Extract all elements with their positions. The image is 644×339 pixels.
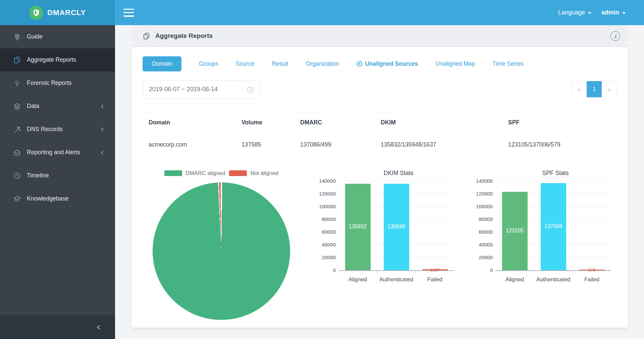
sidebar-item-label: Reporting and Alerts <box>27 149 80 156</box>
tab-label: Unaligned Map <box>436 60 475 67</box>
tab-label: Result <box>272 60 288 67</box>
tab-unaligned-map[interactable]: Unaligned Map <box>436 60 475 67</box>
panel-body: Domain Groups Source Result Organization… <box>131 47 628 328</box>
next-page-button[interactable]: › <box>602 81 617 97</box>
tab-organization[interactable]: Organization <box>306 60 339 67</box>
gridline <box>495 181 611 181</box>
sidebar-item-forensic-reports[interactable]: Forensic Reports <box>0 71 115 95</box>
clock-icon <box>13 171 21 180</box>
brand-name: DMARCLY <box>47 8 86 17</box>
tab-domain[interactable]: Domain <box>143 56 181 71</box>
y-axis-tick-label: 120000 <box>469 191 493 196</box>
caret-down-icon <box>622 12 626 14</box>
chevron-left-icon <box>101 151 105 154</box>
chart-title: DKIM Stats <box>338 170 459 176</box>
bar-aligned: 123105 <box>502 192 528 270</box>
sidebar-item-aggregate-reports[interactable]: Aggregate Reports <box>0 48 115 71</box>
legend-label: Not aligned <box>250 170 278 176</box>
bar-authenticated: 137006 <box>541 183 566 270</box>
sidebar-item-timeline[interactable]: Timeline <box>0 164 115 187</box>
bar-failed <box>422 269 448 270</box>
user-label: admin <box>601 9 619 16</box>
table-row[interactable]: acmecorp.com 137585 137086/499 135832/13… <box>143 133 617 156</box>
sidebar-item-dns-records[interactable]: DNS Records <box>0 118 115 141</box>
user-dropdown[interactable]: admin <box>601 9 626 16</box>
tab-source[interactable]: Source <box>236 60 254 67</box>
tab-label: Source <box>236 60 254 67</box>
sidebar-collapse-button[interactable] <box>0 315 115 339</box>
x-axis-tick <box>416 271 416 273</box>
y-axis-tick-label: 140000 <box>312 178 336 184</box>
sidebar-item-data[interactable]: Data <box>0 95 115 118</box>
bar-value-label: 137006 <box>541 223 566 229</box>
tab-result[interactable]: Result <box>272 60 288 67</box>
sidebar-item-guide[interactable]: Guide <box>0 25 115 48</box>
cell-dkim: 135832/135948/1637 <box>375 133 502 156</box>
graduation-cap-icon <box>13 194 21 203</box>
date-range-input[interactable]: 2019-06-07 ~ 2019-06-14 <box>143 80 261 99</box>
filter-row: 2019-06-07 ~ 2019-06-14 ‹ 1 › <box>143 80 617 99</box>
legend-item-aligned[interactable]: DMARC aligned <box>164 170 225 176</box>
tab-groups[interactable]: Groups <box>199 60 218 67</box>
info-button[interactable]: i <box>602 25 628 47</box>
sidebar-item-knowledgebase[interactable]: Knowledgebase <box>0 187 115 210</box>
aggregate-report-table: Domain Volume DMARC DKIM SPF acmecorp.co… <box>143 112 617 156</box>
hamburger-menu-icon[interactable] <box>123 9 134 17</box>
sidebar-item-reporting-and-alerts[interactable]: Reporting and Alerts <box>0 141 115 164</box>
x-axis-category-label: Authenticated <box>534 276 573 283</box>
bar-authenticated: 135948 <box>384 184 409 270</box>
x-axis-category-label: Failed <box>573 276 611 283</box>
bar-value-label: 123105 <box>502 228 528 234</box>
dmarc-pie <box>153 182 290 320</box>
y-axis-tick-label: 20000 <box>312 255 336 260</box>
bar-failed <box>579 270 605 270</box>
y-axis-tick-label: 60000 <box>469 229 493 235</box>
pagination: ‹ 1 › <box>571 81 617 98</box>
legend-swatch-green <box>164 170 182 176</box>
y-axis-tick-label: 140000 <box>469 178 493 184</box>
legend-label: DMARC aligned <box>185 170 225 176</box>
chevron-left-icon <box>97 325 102 329</box>
y-axis-tick-label: 20000 <box>469 255 493 260</box>
dkim-x-labels: AlignedAuthenticatedFailed <box>338 276 459 283</box>
x-axis-category-label: Aligned <box>338 276 377 283</box>
cell-volume: 137585 <box>235 133 294 156</box>
current-page[interactable]: 1 <box>587 81 602 97</box>
tab-unaligned-sources[interactable]: Unaligned Sources <box>357 60 418 67</box>
mail-open-icon <box>13 148 21 157</box>
language-label: Language <box>558 9 585 16</box>
tab-label: Time Series <box>492 60 524 67</box>
prev-page-button[interactable]: ‹ <box>572 81 587 97</box>
spf-plot-area: 0200004000060000800001000001200001400001… <box>495 182 611 271</box>
x-axis-category-label: Aligned <box>495 276 534 283</box>
charts-row: DMARC aligned Not aligned DKIM Stats 020… <box>143 170 617 320</box>
report-tabs: Domain Groups Source Result Organization… <box>143 56 617 71</box>
panel-header: Aggregate Reports i <box>131 25 628 47</box>
dmarc-pie-block: DMARC aligned Not aligned <box>143 170 300 320</box>
y-axis-tick-label: 0 <box>312 267 336 273</box>
sidebar-item-label: Data <box>27 103 39 110</box>
y-axis-tick-label: 0 <box>469 267 493 273</box>
legend-item-not-aligned[interactable]: Not aligned <box>229 170 278 176</box>
caret-down-icon <box>588 12 591 14</box>
y-axis-tick-label: 80000 <box>312 216 336 222</box>
x-axis-category-label: Authenticated <box>377 276 416 283</box>
x-axis-category-label: Failed <box>416 276 454 283</box>
tab-time-series[interactable]: Time Series <box>492 60 524 67</box>
main-content: Aggregate Reports i Domain Groups Source… <box>115 25 644 339</box>
shield-logo-icon <box>29 6 43 20</box>
x-axis-tick <box>377 271 377 273</box>
pie-legend: DMARC aligned Not aligned <box>143 170 300 176</box>
col-header-domain: Domain <box>143 112 235 133</box>
sidebar-item-label: DNS Records <box>27 126 63 133</box>
language-dropdown[interactable]: Language <box>558 9 591 16</box>
magic-wand-icon <box>13 125 21 134</box>
tab-label: Unaligned Sources <box>365 60 418 67</box>
sidebar-item-label: Knowledgebase <box>27 195 69 202</box>
brand-logo[interactable]: DMARCLY <box>0 0 115 25</box>
pages-icon <box>143 32 150 40</box>
y-axis-tick-label: 60000 <box>312 229 336 235</box>
spf-stats-chart: SPF Stats 020000400006000080000100000120… <box>471 170 615 320</box>
cell-spf: 123105/137006/579 <box>502 133 617 156</box>
lightbulb-icon <box>13 79 21 88</box>
